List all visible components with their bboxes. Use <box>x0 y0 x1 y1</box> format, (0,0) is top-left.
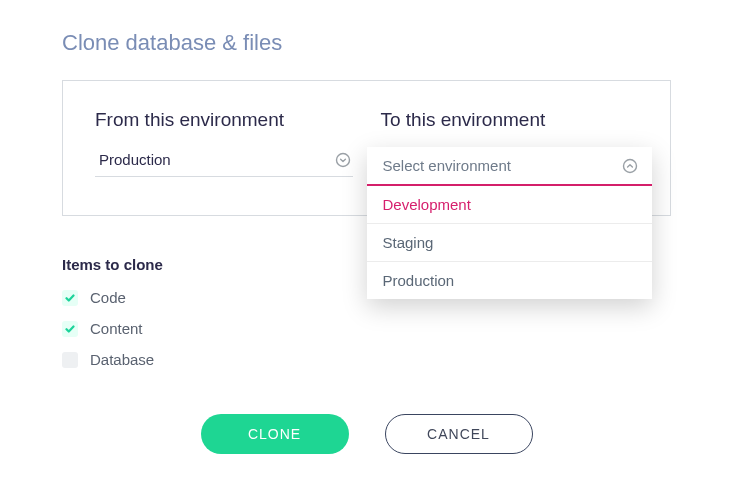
from-environment-label: From this environment <box>95 109 353 131</box>
dropdown-option[interactable]: Staging <box>367 224 652 262</box>
svg-point-1 <box>623 159 636 172</box>
to-environment-placeholder: Select environment <box>383 157 511 174</box>
clone-button[interactable]: CLONE <box>201 414 349 454</box>
checkbox[interactable] <box>62 290 78 306</box>
to-environment-dropdown: Select environment DevelopmentStagingPro… <box>367 147 652 299</box>
checkbox[interactable] <box>62 321 78 337</box>
svg-point-0 <box>336 153 349 166</box>
item-row: Database <box>62 351 671 368</box>
from-environment-select[interactable]: Production <box>95 145 353 177</box>
cancel-button[interactable]: CANCEL <box>385 414 533 454</box>
environment-panel: From this environment Production To this… <box>62 80 671 216</box>
to-environment-label: To this environment <box>381 109 639 131</box>
dropdown-option[interactable]: Production <box>367 262 652 299</box>
chevron-up-icon <box>622 158 638 174</box>
item-label: Database <box>90 351 154 368</box>
to-environment-select[interactable]: Select environment <box>367 147 652 186</box>
from-environment-column: From this environment Production <box>95 109 353 177</box>
item-row: Content <box>62 320 671 337</box>
checkbox[interactable] <box>62 352 78 368</box>
dropdown-option[interactable]: Development <box>367 186 652 224</box>
from-environment-value: Production <box>99 151 171 168</box>
actions-row: CLONE CANCEL <box>62 414 671 454</box>
item-label: Code <box>90 289 126 306</box>
check-icon <box>65 293 75 303</box>
page-title: Clone database & files <box>62 30 671 56</box>
check-icon <box>65 324 75 334</box>
chevron-down-icon <box>335 152 351 168</box>
item-label: Content <box>90 320 143 337</box>
